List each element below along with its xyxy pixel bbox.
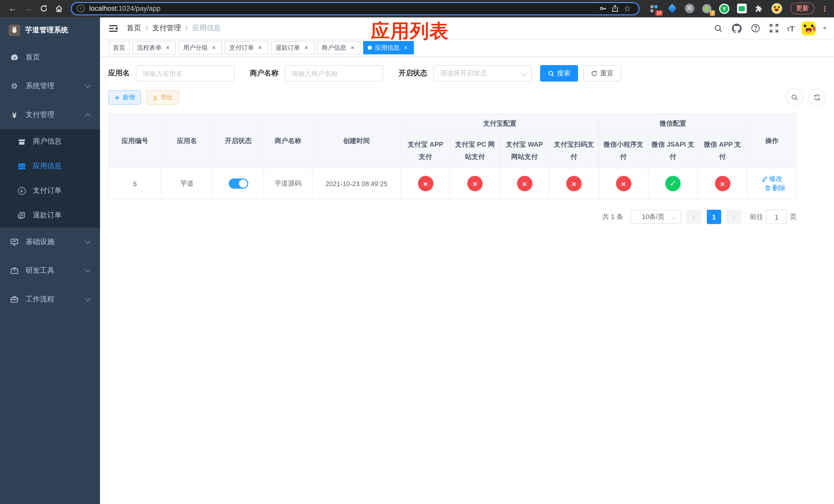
- reload-icon[interactable]: [36, 1, 51, 16]
- close-icon[interactable]: ×: [210, 42, 218, 54]
- app-name-input[interactable]: [136, 65, 235, 82]
- status-label: 开启状态: [398, 69, 427, 78]
- tab-user-group[interactable]: 用户分组×: [178, 41, 222, 54]
- sidebar-item-home[interactable]: 首页: [0, 43, 100, 72]
- tab-pay-orders[interactable]: 支付订单×: [225, 41, 268, 54]
- page-1-button[interactable]: 1: [707, 210, 721, 224]
- total-count: 共 1 条: [602, 212, 623, 222]
- site-info-icon[interactable]: i: [77, 5, 85, 12]
- sidebar-item-infrastructure[interactable]: 基础设施: [0, 228, 100, 256]
- add-button[interactable]: 新增: [108, 90, 141, 105]
- col-merchant: 商户名称: [264, 114, 312, 168]
- col-app-name: 应用名: [161, 114, 213, 168]
- sidebar-item-pay-orders[interactable]: ¥ 支付订单: [0, 178, 100, 203]
- avatar-caret-icon[interactable]: [823, 27, 827, 31]
- extensions-area: 10 ⌘ 1 Y 更新 ⋮: [649, 3, 829, 14]
- tags-view-bar: 首页 流程表单× 用户分组× 支付订单× 退款订单× 商户信息× 应用信息×: [100, 39, 834, 57]
- share-icon[interactable]: [609, 3, 621, 14]
- sidebar-item-label: 基础设施: [26, 237, 54, 247]
- sidebar-item-label: 支付订单: [33, 186, 62, 196]
- extensions-puzzle-icon[interactable]: [753, 3, 765, 14]
- bookmark-star-icon[interactable]: ☆: [621, 3, 633, 14]
- breadcrumb-payment[interactable]: 支付管理: [152, 24, 181, 33]
- url-bar[interactable]: i localhost:1024/pay/app ☆: [71, 2, 640, 15]
- merchant-name-label: 商户名称: [250, 69, 279, 78]
- extension-command-icon[interactable]: ⌘: [684, 3, 695, 14]
- wechat-mini-status-icon: ×: [616, 176, 631, 191]
- sidebar-item-app-info[interactable]: 应用信息: [0, 154, 100, 178]
- delete-link[interactable]: 删除: [765, 184, 786, 193]
- extension-kite-icon[interactable]: [666, 3, 678, 14]
- fullscreen-icon[interactable]: [768, 23, 780, 34]
- col-alipay-qr: 支付宝扫码支付: [549, 134, 599, 168]
- home-icon[interactable]: [51, 1, 67, 16]
- close-icon[interactable]: ×: [257, 42, 264, 54]
- tab-home[interactable]: 首页: [108, 41, 130, 54]
- extension-chat-icon[interactable]: [736, 3, 747, 14]
- tab-process-form[interactable]: 流程表单×: [132, 41, 176, 54]
- gear-icon: ⚙: [10, 82, 19, 90]
- search-icon[interactable]: [713, 23, 724, 34]
- col-wechat-app: 微信 APP 支付: [698, 134, 747, 168]
- sidebar-item-merchant-info[interactable]: 商户信息: [0, 129, 100, 154]
- col-status: 开启状态: [213, 114, 264, 168]
- user-avatar[interactable]: [802, 21, 815, 35]
- sidebar-item-workflow[interactable]: 工作流程: [0, 285, 100, 314]
- back-icon[interactable]: ←: [5, 1, 21, 16]
- page-size-select[interactable]: 10条/页: [630, 210, 681, 224]
- github-icon[interactable]: [731, 23, 743, 34]
- sidebar-menu: 首页 ⚙ 系统管理 ¥ 支付管理 商户信: [0, 43, 100, 314]
- password-key-icon[interactable]: [596, 3, 609, 14]
- chevron-down-icon: [85, 82, 91, 88]
- sidebar-item-label: 系统管理: [26, 82, 54, 91]
- forward-icon[interactable]: →: [21, 1, 36, 16]
- tab-merchant-info[interactable]: 商户信息×: [317, 41, 360, 54]
- sidebar-fold-icon[interactable]: [108, 23, 118, 33]
- help-icon[interactable]: [750, 23, 761, 34]
- wechat-app-status-icon: ×: [715, 176, 730, 191]
- sidebar-item-refund-orders[interactable]: 退款订单: [0, 203, 100, 228]
- extension-y-icon[interactable]: Y: [719, 3, 730, 14]
- breadcrumb-home[interactable]: 首页: [127, 24, 141, 33]
- sidebar-item-label: 退款订单: [33, 211, 62, 220]
- table-toolbar: 新增 导出: [108, 89, 826, 106]
- chevron-down-icon: [85, 238, 91, 244]
- edit-link[interactable]: 修改: [762, 174, 783, 184]
- merchant-name-input[interactable]: [285, 65, 383, 82]
- show-search-icon-button[interactable]: [786, 89, 803, 106]
- top-navbar: 首页 / 支付管理 / 应用信息: [100, 18, 834, 39]
- alipay-wap-status-icon: ×: [517, 176, 532, 191]
- profile-avatar-icon[interactable]: [771, 3, 782, 14]
- enabled-toggle[interactable]: [228, 178, 248, 189]
- col-wechat-mini: 微信小程序支付: [599, 134, 648, 168]
- cell-created: 2021-10-23 08:49:25: [312, 168, 401, 199]
- font-size-icon[interactable]: TT: [787, 24, 794, 32]
- page-annotation: 应用列表: [371, 19, 449, 44]
- goto-page-input[interactable]: [766, 210, 787, 224]
- logo-image: [9, 25, 20, 36]
- reset-button[interactable]: 重置: [583, 65, 621, 82]
- app-logo[interactable]: 芋道管理系统: [0, 18, 100, 43]
- export-button[interactable]: 导出: [146, 90, 179, 105]
- close-icon[interactable]: ×: [164, 42, 171, 54]
- close-icon[interactable]: ×: [303, 42, 310, 54]
- refresh-icon-button[interactable]: [808, 89, 826, 106]
- sidebar-item-system[interactable]: ⚙ 系统管理: [0, 72, 100, 100]
- extension-blocks-icon[interactable]: 10: [649, 3, 660, 14]
- col-alipay-app: 支付宝 APP 支付: [401, 134, 450, 168]
- sidebar-item-dev-tools[interactable]: 研发工具: [0, 256, 100, 285]
- prev-page-button[interactable]: ‹: [686, 210, 702, 224]
- tab-refund-orders[interactable]: 退款订单×: [271, 41, 314, 54]
- close-icon[interactable]: ×: [349, 42, 356, 54]
- next-page-button[interactable]: ›: [726, 210, 742, 224]
- browser-menu-icon[interactable]: ⋮: [821, 4, 829, 13]
- extension-recorder-icon[interactable]: 1: [701, 3, 712, 14]
- sidebar-item-payment[interactable]: ¥ 支付管理: [0, 100, 100, 129]
- chrome-update-button[interactable]: 更新: [790, 3, 814, 14]
- app-table: 应用编号 应用名 开启状态 商户名称 创建时间 支付宝配置 微信配置 操作 支付…: [108, 113, 797, 200]
- sidebar-item-label: 研发工具: [26, 266, 54, 275]
- goto-label: 前往: [750, 212, 763, 222]
- status-select[interactable]: 请选择开启状态: [433, 65, 532, 82]
- sidebar-item-label: 支付管理: [26, 110, 54, 119]
- search-button[interactable]: 搜索: [540, 65, 578, 82]
